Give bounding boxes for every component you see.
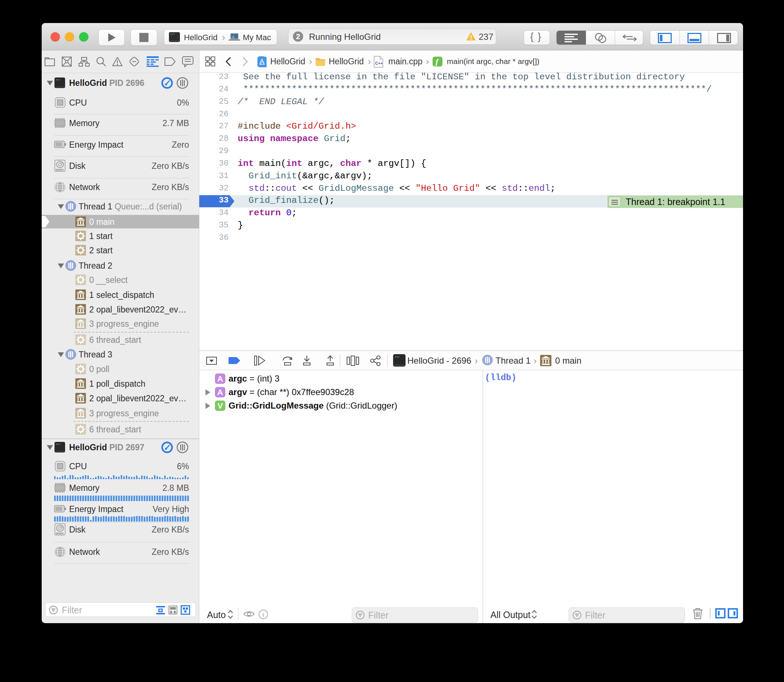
svg-text:C++: C++	[375, 61, 383, 65]
svg-text:i: i	[263, 611, 264, 618]
